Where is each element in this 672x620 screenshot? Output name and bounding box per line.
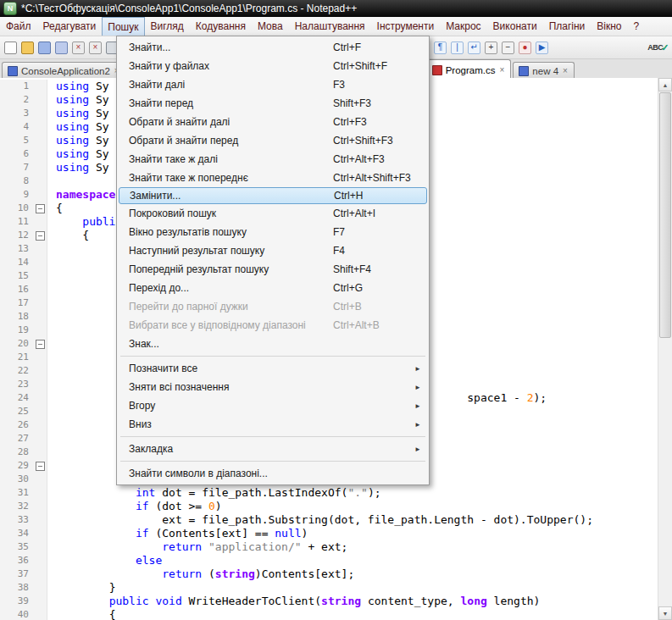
menu-item-select-and-find-next[interactable]: Обрати й знайти даліCtrl+F3 — [119, 113, 427, 131]
fold-margin — [33, 107, 47, 120]
menu-item-mark-all[interactable]: Позначити все► — [119, 359, 427, 378]
menu-item-select-and-find-prev[interactable]: Обрати й знайти передCtrl+Shift+F3 — [119, 131, 427, 150]
menubar-item-help[interactable]: ? — [628, 17, 646, 36]
menu-item-label: Знайти далі — [129, 79, 333, 91]
word-wrap-icon[interactable]: ↵ — [466, 40, 482, 56]
fold-collapse-icon[interactable] — [36, 204, 45, 213]
menubar-item-edit[interactable]: Редагувати — [37, 17, 103, 36]
code-text: else — [47, 554, 162, 567]
menu-item-find-next[interactable]: Знайти даліF3 — [119, 75, 427, 94]
zoom-in-icon[interactable]: + — [483, 40, 499, 56]
close-all-icon[interactable]: × — [87, 40, 103, 56]
menu-item-next-search-result[interactable]: Наступний результат пошукуF4 — [119, 241, 427, 260]
scroll-down-button[interactable]: ▼ — [658, 606, 672, 620]
menu-item-goto-matching-brace[interactable]: Перейти до парної дужкиCtrl+B — [119, 297, 427, 316]
fold-collapse-icon[interactable] — [36, 231, 45, 241]
menu-item-label: Замінити... — [130, 190, 334, 202]
code-line[interactable]: 39 public void WriteHeaderToClient(strin… — [0, 595, 658, 608]
menu-item-unmark-all[interactable]: Зняти всі позначення► — [119, 378, 427, 396]
menu-item-jump-up[interactable]: Вгору► — [119, 396, 427, 415]
fold-margin — [33, 296, 47, 310]
menu-item-find-prev[interactable]: Знайти передShift+F3 — [119, 94, 427, 113]
menu-item-bookmark[interactable]: Закладка► — [119, 440, 427, 458]
line-number: 28 — [0, 446, 33, 459]
editor-vertical-scrollbar[interactable]: ▲ ▼ — [658, 78, 672, 620]
menubar-item-encoding[interactable]: Кодування — [190, 17, 252, 36]
menubar-item-window[interactable]: Вікно — [591, 17, 627, 36]
open-folder-icon[interactable] — [19, 40, 36, 56]
menu-item-jump-down[interactable]: Вниз► — [119, 415, 427, 434]
menu-item-find-chars-in-range[interactable]: Знайти символи в діапазоні... — [119, 464, 427, 483]
menu-item-label: Перехід до... — [129, 282, 333, 294]
menu-item-label: Покроковий пошук — [129, 208, 333, 219]
tab-close-icon[interactable]: × — [499, 66, 506, 75]
menu-item-goto[interactable]: Перехід до...Ctrl+G — [119, 279, 427, 297]
fold-margin — [33, 581, 47, 595]
code-text — [47, 174, 56, 188]
zoom-out-icon[interactable]: − — [500, 40, 516, 56]
indent-guide-icon[interactable]: | — [449, 40, 465, 56]
menu-item-replace[interactable]: Замінити...Ctrl+H — [119, 187, 427, 204]
menu-item-find-volatile-next[interactable]: Знайти таке ж даліCtrl+Alt+F3 — [119, 150, 427, 169]
menubar-item-view[interactable]: Вигляд — [145, 17, 190, 36]
code-line[interactable]: 34 if (Contents[ext] == null) — [0, 527, 658, 540]
menu-item-label: Позначити все — [129, 363, 333, 374]
spell-check-icon[interactable]: ABC✓ — [647, 41, 669, 54]
scroll-up-button[interactable]: ▲ — [658, 78, 672, 91]
code-token: using — [56, 107, 89, 119]
line-number: 25 — [0, 405, 33, 418]
code-token: else — [136, 554, 162, 567]
menu-item-find-volatile-prev[interactable]: Знайти таке ж попереднєCtrl+Alt+Shift+F3 — [119, 169, 427, 187]
code-line[interactable]: 40 { — [0, 608, 658, 620]
line-number: 34 — [0, 527, 33, 540]
show-all-chars-icon[interactable]: ¶ — [432, 40, 448, 56]
menubar-item-language[interactable]: Мова — [252, 17, 289, 36]
close-file-icon[interactable]: × — [70, 40, 86, 56]
menu-item-mark[interactable]: Знак... — [119, 335, 427, 353]
menu-item-find[interactable]: Знайти...Ctrl+F — [119, 38, 427, 57]
menu-item-label: Обрати й знайти далі — [129, 116, 333, 128]
menu-item-select-in-brace-range[interactable]: Вибрати все у відповідному діапазоніCtrl… — [119, 316, 427, 335]
code-token: Sy — [89, 80, 108, 92]
fold-margin — [33, 174, 47, 188]
menu-item-shortcut: Ctrl+Alt+Shift+F3 — [333, 172, 419, 184]
menu-item-find-in-files[interactable]: Знайти у файлахCtrl+Shift+F — [119, 57, 427, 75]
fold-collapse-icon[interactable] — [36, 340, 45, 349]
code-line[interactable]: 35 return "application/" + ext; — [0, 540, 658, 554]
code-line[interactable]: 33 ext = file_path.Substring(dot, file_p… — [0, 513, 658, 527]
code-line[interactable]: 32 if (dot >= 0) — [0, 500, 658, 513]
save-all-icon[interactable] — [53, 40, 69, 56]
fold-collapse-icon[interactable] — [36, 462, 45, 471]
tab-new-4[interactable]: new 4× — [513, 62, 575, 80]
tab-program-cs[interactable]: Program.cs× — [426, 59, 512, 80]
code-line[interactable]: 37 return (string)Contents[ext]; — [0, 567, 658, 581]
menu-item-prev-search-result[interactable]: Попередній результат пошукуShift+F4 — [119, 260, 427, 279]
line-number: 3 — [0, 107, 33, 120]
menubar-item-run[interactable]: Виконати — [487, 17, 543, 36]
menu-item-incremental-search[interactable]: Покроковий пошукCtrl+Alt+I — [119, 204, 427, 223]
word-wrap-icon-glyph: ↵ — [468, 42, 480, 54]
code-token: length) — [487, 595, 541, 607]
menu-item-label: Знак... — [129, 338, 333, 350]
record-macro-icon[interactable]: ● — [517, 40, 533, 56]
tab-consoleapplication2[interactable]: ConsoleApplication2× — [2, 62, 126, 80]
code-token — [56, 229, 82, 241]
menubar-item-macro[interactable]: Макрос — [440, 17, 486, 36]
menubar-item-file[interactable]: Файл — [0, 17, 37, 36]
new-file-icon[interactable] — [3, 40, 19, 56]
code-line[interactable]: 36 else — [0, 554, 658, 567]
fold-margin — [33, 337, 47, 351]
scrollbar-thumb[interactable] — [659, 92, 671, 338]
code-token: (Contents[ext] == — [149, 527, 275, 540]
menubar-item-tools[interactable]: Інструменти — [371, 17, 441, 36]
save-icon[interactable] — [36, 40, 53, 56]
line-number: 8 — [0, 174, 33, 188]
menubar-item-plugins[interactable]: Плагіни — [543, 17, 591, 36]
code-line[interactable]: 38 } — [0, 581, 658, 595]
menu-item-search-results-window[interactable]: Вікно результатів пошукуF7 — [119, 223, 427, 241]
menubar-item-search[interactable]: Пошук — [102, 17, 144, 36]
play-macro-icon[interactable]: ▶ — [534, 40, 550, 56]
tab-close-icon[interactable]: × — [562, 67, 569, 75]
menubar-item-settings[interactable]: Налаштування — [289, 17, 371, 36]
code-line[interactable]: 31 int dot = file_path.LastIndexOf("."); — [0, 486, 658, 500]
